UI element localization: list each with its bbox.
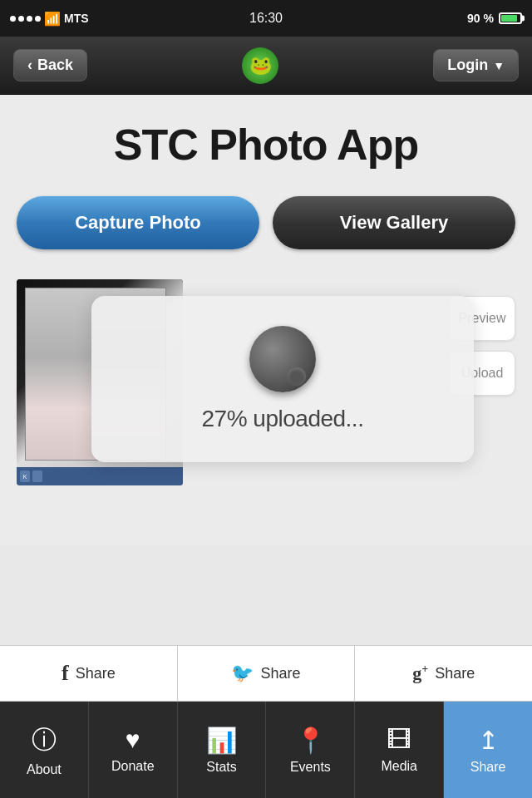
media-icon: 🎞	[387, 726, 411, 754]
googleplus-share-label: Share	[435, 665, 475, 682]
location-icon: 📍	[295, 726, 326, 755]
action-buttons: Capture Photo View Gallery	[17, 196, 515, 249]
bottom-nav: ⓘ About ♥ Donate 📊 Stats 📍 Events 🎞 Medi…	[0, 702, 532, 798]
taskbar-btn-2	[32, 470, 42, 482]
nav-donate[interactable]: ♥ Donate	[89, 702, 178, 798]
back-button[interactable]: ‹ Back	[13, 49, 87, 81]
share-bar: f Share 🐦 Share g+ Share	[0, 645, 532, 702]
view-gallery-button[interactable]: View Gallery	[273, 196, 515, 249]
facebook-icon: f	[62, 661, 69, 686]
nav-about-label: About	[27, 762, 62, 777]
status-left: 📶 MTS	[10, 11, 89, 27]
upload-progress-text: 27% uploaded...	[202, 406, 364, 432]
nav-media-label: Media	[381, 759, 417, 774]
app-logo: 🐸	[242, 47, 278, 84]
nav-share-label: Share	[470, 760, 506, 775]
battery-icon	[499, 12, 522, 24]
nav-stats[interactable]: 📊 Stats	[178, 702, 267, 798]
taskbar-btn: K	[20, 470, 30, 482]
facebook-share-button[interactable]: f Share	[0, 646, 178, 701]
wifi-icon: 📶	[44, 11, 61, 27]
nav-donate-label: Donate	[111, 759, 155, 774]
back-arrow-icon: ‹	[27, 57, 32, 74]
thumbnail-taskbar: K	[17, 467, 183, 485]
heart-icon: ♥	[126, 726, 140, 754]
nav-events-label: Events	[290, 760, 331, 775]
status-bar: 📶 MTS 16:30 90 %	[0, 0, 532, 37]
nav-share[interactable]: ↥ Share	[444, 702, 532, 798]
nav-bar: ‹ Back 🐸 Login ▼	[0, 37, 532, 95]
battery-fill	[501, 15, 517, 22]
nav-about[interactable]: ⓘ About	[0, 702, 89, 798]
app-title: STC Photo App	[17, 120, 515, 170]
info-icon: ⓘ	[32, 723, 57, 757]
photo-area: K 27% uploaded... Preview Upload	[17, 279, 515, 512]
googleplus-icon: g+	[412, 663, 428, 684]
facebook-share-label: Share	[76, 665, 116, 682]
status-time: 16:30	[249, 11, 283, 26]
battery-percent: 90 %	[467, 12, 494, 25]
status-right: 90 %	[467, 12, 522, 25]
capture-photo-button[interactable]: Capture Photo	[17, 196, 259, 249]
login-button[interactable]: Login ▼	[433, 49, 519, 81]
twitter-icon: 🐦	[231, 663, 254, 684]
upload-overlay: 27% uploaded...	[91, 296, 474, 462]
main-content: STC Photo App Capture Photo View Gallery…	[0, 95, 532, 545]
back-label: Back	[37, 57, 73, 74]
nav-media[interactable]: 🎞 Media	[355, 702, 444, 798]
twitter-share-label: Share	[260, 665, 300, 682]
chevron-down-icon: ▼	[493, 59, 505, 72]
login-label: Login	[447, 57, 488, 74]
carrier-name: MTS	[64, 12, 89, 25]
nav-stats-label: Stats	[206, 760, 236, 775]
signal-icon	[10, 16, 41, 22]
loading-spinner	[249, 326, 316, 392]
googleplus-share-button[interactable]: g+ Share	[355, 646, 532, 701]
twitter-share-button[interactable]: 🐦 Share	[178, 646, 356, 701]
stats-icon: 📊	[206, 726, 237, 755]
share-icon: ↥	[478, 726, 499, 755]
nav-events[interactable]: 📍 Events	[266, 702, 355, 798]
